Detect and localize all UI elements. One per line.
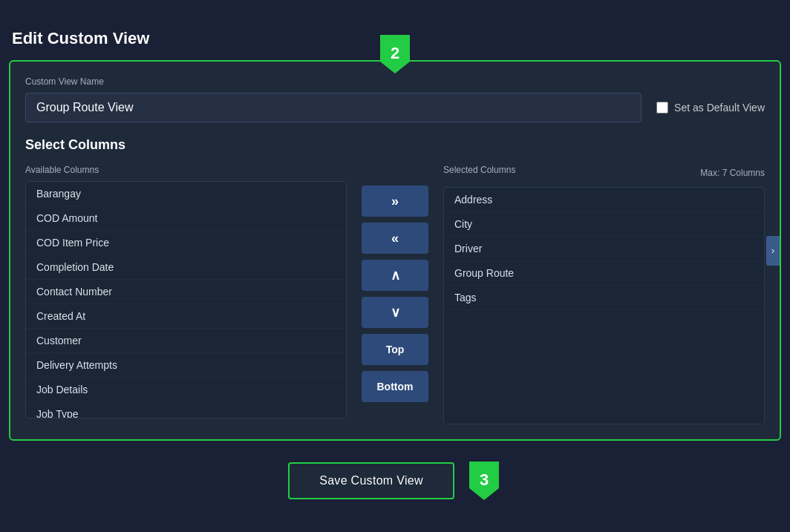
step-2-badge: 2 bbox=[377, 32, 413, 76]
right-scroll-indicator[interactable]: › bbox=[766, 236, 780, 266]
view-name-label: Custom View Name bbox=[25, 76, 765, 87]
max-columns-label: Max: 7 Columns bbox=[700, 168, 765, 178]
save-section: Save Custom View 3 bbox=[9, 459, 781, 503]
default-view-checkbox[interactable] bbox=[656, 102, 668, 114]
default-view-label: Set as Default View bbox=[674, 102, 765, 114]
selected-columns-label: Selected Columns bbox=[443, 165, 515, 175]
list-item[interactable]: Contact Number bbox=[26, 280, 346, 304]
list-item[interactable]: Group Route bbox=[444, 261, 764, 286]
list-item[interactable]: Address bbox=[444, 188, 764, 212]
bottom-button[interactable]: Bottom bbox=[362, 371, 428, 402]
move-right-button[interactable]: » bbox=[362, 185, 428, 217]
move-down-button[interactable]: ∨ bbox=[362, 297, 428, 328]
list-item[interactable]: Barangay bbox=[26, 182, 346, 206]
list-item[interactable]: Job Details bbox=[26, 378, 346, 402]
list-item[interactable]: Created At bbox=[26, 304, 346, 329]
list-item[interactable]: Tags bbox=[444, 286, 764, 310]
select-columns-title: Select Columns bbox=[25, 137, 765, 153]
chevron-down-icon: ∨ bbox=[391, 304, 400, 321]
columns-area: Available Columns Barangay COD Amount CO… bbox=[25, 165, 765, 424]
list-item[interactable]: City bbox=[444, 212, 764, 237]
available-columns-section: Available Columns Barangay COD Amount CO… bbox=[25, 165, 347, 418]
selected-columns-header: Selected Columns Max: 7 Columns bbox=[443, 165, 765, 181]
list-item[interactable]: Customer bbox=[26, 329, 346, 353]
available-columns-label: Available Columns bbox=[25, 165, 347, 175]
view-name-row: Set as Default View bbox=[25, 93, 765, 122]
select-columns-section: Select Columns Available Columns Baranga… bbox=[25, 137, 765, 424]
svg-text:2: 2 bbox=[391, 44, 399, 62]
svg-text:3: 3 bbox=[480, 470, 489, 489]
selected-columns-section: Selected Columns Max: 7 Columns Address … bbox=[443, 165, 765, 424]
list-item[interactable]: Completion Date bbox=[26, 255, 346, 280]
list-item[interactable]: COD Item Price bbox=[26, 231, 346, 255]
top-button[interactable]: Top bbox=[362, 334, 428, 365]
list-item[interactable]: Job Type bbox=[26, 402, 346, 418]
view-name-input[interactable] bbox=[25, 93, 642, 122]
move-up-button[interactable]: ∧ bbox=[362, 260, 428, 291]
step-3-badge: 3 bbox=[466, 459, 502, 503]
default-view-row: Set as Default View bbox=[656, 102, 765, 114]
chevron-up-icon: ∧ bbox=[391, 267, 400, 283]
list-item[interactable]: COD Amount bbox=[26, 206, 346, 231]
available-columns-list[interactable]: Barangay COD Amount COD Item Price Compl… bbox=[25, 181, 347, 418]
selected-columns-list[interactable]: Address City Driver Group Route Tags bbox=[443, 187, 765, 424]
save-custom-view-button[interactable]: Save Custom View bbox=[288, 462, 454, 499]
list-item[interactable]: Driver bbox=[444, 237, 764, 261]
move-left-button[interactable]: « bbox=[362, 223, 428, 254]
main-panel: 2 Custom View Name Set as Default View S… bbox=[9, 60, 781, 441]
column-action-buttons: » « ∧ ∨ Top Bottom bbox=[347, 165, 443, 402]
view-name-section: Custom View Name Set as Default View bbox=[25, 76, 765, 122]
list-item[interactable]: Delivery Attempts bbox=[26, 353, 346, 378]
